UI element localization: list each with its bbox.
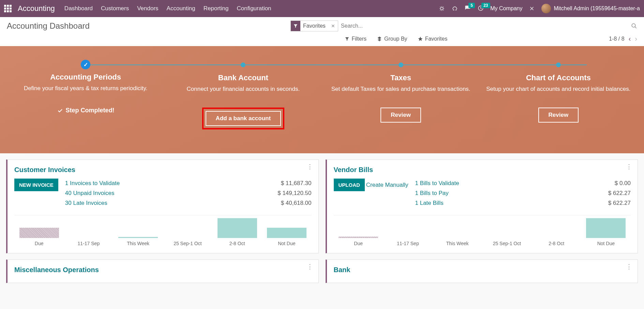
chart-bar[interactable]: This Week bbox=[433, 215, 482, 249]
chart-bar[interactable]: Not Due bbox=[581, 215, 631, 249]
card-bank: ⋮ Bank bbox=[326, 259, 638, 283]
menu-accounting[interactable]: Accounting bbox=[167, 5, 195, 12]
chart-label: 2-8 Oct bbox=[212, 238, 262, 249]
chart-label: 25 Sep-1 Oct bbox=[482, 238, 531, 249]
card-menu-icon[interactable]: ⋮ bbox=[626, 165, 632, 168]
upload-button[interactable]: UPLOAD bbox=[334, 179, 365, 191]
chart-label: Not Due bbox=[581, 238, 631, 249]
invoices-unpaid-link[interactable]: 40 Unpaid Invoices bbox=[65, 188, 271, 198]
amount-value: $ 622.27 bbox=[608, 198, 631, 208]
search-facet-favorites: Favorites ✕ bbox=[290, 20, 338, 31]
review-coa-button[interactable]: Review bbox=[538, 108, 579, 123]
chart-bar[interactable]: This Week bbox=[114, 215, 163, 249]
chart-bar[interactable]: 2-8 Oct bbox=[212, 215, 262, 249]
onboard-step-periods: Accounting Periods Define your fiscal ye… bbox=[7, 60, 164, 129]
bills-late-link[interactable]: 1 Late Bills bbox=[415, 198, 601, 208]
new-invoice-button[interactable]: NEW INVOICE bbox=[14, 179, 58, 191]
card-customer-invoices: ⋮ Customer Invoices NEW INVOICE 1 Invoic… bbox=[6, 159, 319, 253]
card-menu-icon[interactable]: ⋮ bbox=[307, 165, 313, 168]
facet-remove[interactable]: ✕ bbox=[328, 23, 338, 29]
facet-label: Favorites bbox=[300, 23, 328, 29]
dashboard: ⋮ Customer Invoices NEW INVOICE 1 Invoic… bbox=[0, 153, 644, 289]
amount-value: $ 622.27 bbox=[608, 188, 631, 198]
chart-label: 11-17 Sep bbox=[64, 238, 113, 249]
step-title: Bank Account bbox=[168, 73, 318, 82]
chart-label: 2-8 Oct bbox=[532, 238, 581, 249]
add-bank-account-button[interactable]: Add a bank account bbox=[206, 111, 281, 126]
top-nav: Accounting Dashboard Customers Vendors A… bbox=[0, 0, 644, 17]
amount-value: $ 0.00 bbox=[608, 179, 631, 188]
amount-value: $ 40,618.00 bbox=[278, 198, 311, 208]
amount-value: $ 11,687.30 bbox=[278, 179, 311, 188]
card-title[interactable]: Bank bbox=[334, 266, 631, 274]
filters-button[interactable]: Filters bbox=[345, 36, 366, 42]
card-menu-icon[interactable]: ⋮ bbox=[626, 265, 632, 268]
bills-pay-link[interactable]: 1 Bills to Pay bbox=[415, 188, 601, 198]
onboard-step-bank: Bank Account Connect your financial acco… bbox=[164, 60, 322, 129]
invoices-validate-link[interactable]: 1 Invoices to Validate bbox=[65, 179, 271, 188]
company-name[interactable]: My Company bbox=[490, 5, 522, 12]
card-title[interactable]: Vendor Bills bbox=[334, 166, 631, 174]
user-menu[interactable]: Mitchell Admin (19559645-master-a bbox=[541, 4, 640, 13]
apps-icon[interactable] bbox=[4, 5, 12, 12]
bills-validate-link[interactable]: 1 Bills to Validate bbox=[415, 179, 601, 188]
step-dot-icon bbox=[556, 62, 561, 67]
step-title: Accounting Periods bbox=[10, 73, 161, 82]
onboarding-banner: Accounting Periods Define your fiscal ye… bbox=[0, 46, 644, 153]
support-icon[interactable] bbox=[451, 5, 458, 12]
messages-badge: 5 bbox=[468, 3, 475, 8]
chart-bar[interactable]: Due bbox=[14, 215, 64, 249]
card-menu-icon[interactable]: ⋮ bbox=[307, 265, 313, 268]
nav-right: 5 23 My Company Mitchell Admin (19559645… bbox=[438, 4, 640, 13]
step-title: Taxes bbox=[326, 73, 476, 82]
menu-dashboard[interactable]: Dashboard bbox=[64, 5, 93, 12]
card-title[interactable]: Miscellaneous Operations bbox=[14, 266, 312, 274]
chart-label: This Week bbox=[114, 238, 163, 249]
activity-icon[interactable]: 23 bbox=[477, 5, 484, 12]
messages-icon[interactable]: 5 bbox=[464, 5, 471, 12]
step-dot-icon bbox=[399, 62, 403, 67]
search-input[interactable] bbox=[338, 21, 631, 31]
menu-vendors[interactable]: Vendors bbox=[137, 5, 158, 12]
tools-icon[interactable] bbox=[528, 5, 535, 12]
activity-badge: 23 bbox=[481, 3, 490, 8]
step-desc: Set default Taxes for sales and purchase… bbox=[326, 85, 476, 101]
search-icon[interactable] bbox=[631, 23, 637, 29]
main-menu: Dashboard Customers Vendors Accounting R… bbox=[64, 5, 437, 12]
review-taxes-button[interactable]: Review bbox=[380, 108, 421, 123]
avatar-icon bbox=[541, 4, 551, 13]
svg-point-0 bbox=[440, 7, 443, 10]
pager-next[interactable]: › bbox=[635, 35, 637, 43]
dash-col-right: ⋮ Vendor Bills UPLOAD Create Manually 1 … bbox=[326, 159, 638, 283]
chart-bar[interactable]: Not Due bbox=[262, 215, 311, 249]
chart-label: Due bbox=[334, 238, 383, 249]
card-title[interactable]: Customer Invoices bbox=[14, 166, 312, 174]
groupby-button[interactable]: Group By bbox=[377, 36, 407, 42]
chart-bar[interactable]: Due bbox=[334, 215, 383, 249]
create-manually-link[interactable]: Create Manually bbox=[366, 182, 408, 188]
chart-label: 11-17 Sep bbox=[383, 238, 433, 249]
control-bar: Accounting Dashboard Favorites ✕ Filters… bbox=[0, 17, 644, 46]
chart-bar[interactable]: 2-8 Oct bbox=[532, 215, 581, 249]
onboard-step-coa: Chart of Accounts Setup your chart of ac… bbox=[480, 60, 637, 129]
favorites-button[interactable]: Favorites bbox=[418, 36, 448, 42]
card-vendor-bills: ⋮ Vendor Bills UPLOAD Create Manually 1 … bbox=[326, 159, 638, 253]
pager-prev[interactable]: ‹ bbox=[629, 35, 631, 43]
chart-label: Not Due bbox=[262, 238, 311, 249]
chart-bar[interactable]: 11-17 Sep bbox=[383, 215, 433, 249]
chart-bar[interactable]: 25 Sep-1 Oct bbox=[482, 215, 531, 249]
menu-configuration[interactable]: Configuration bbox=[237, 5, 271, 12]
card-misc-operations: ⋮ Miscellaneous Operations bbox=[6, 259, 319, 283]
step-title: Chart of Accounts bbox=[483, 73, 634, 82]
menu-reporting[interactable]: Reporting bbox=[204, 5, 229, 12]
bills-aging-chart: Due11-17 SepThis Week25 Sep-1 Oct2-8 Oct… bbox=[334, 215, 631, 249]
user-name: Mitchell Admin (19559645-master-a bbox=[554, 5, 640, 12]
onboard-step-taxes: Taxes Set default Taxes for sales and pu… bbox=[322, 60, 480, 129]
chart-bar[interactable]: 11-17 Sep bbox=[64, 215, 113, 249]
invoices-late-link[interactable]: 30 Late Invoices bbox=[65, 198, 271, 208]
menu-customers[interactable]: Customers bbox=[101, 5, 129, 12]
dash-col-left: ⋮ Customer Invoices NEW INVOICE 1 Invoic… bbox=[6, 159, 319, 283]
pager: 1-8 / 8 ‹ › bbox=[609, 35, 637, 43]
chart-bar[interactable]: 25 Sep-1 Oct bbox=[163, 215, 212, 249]
bug-icon[interactable] bbox=[438, 5, 445, 12]
